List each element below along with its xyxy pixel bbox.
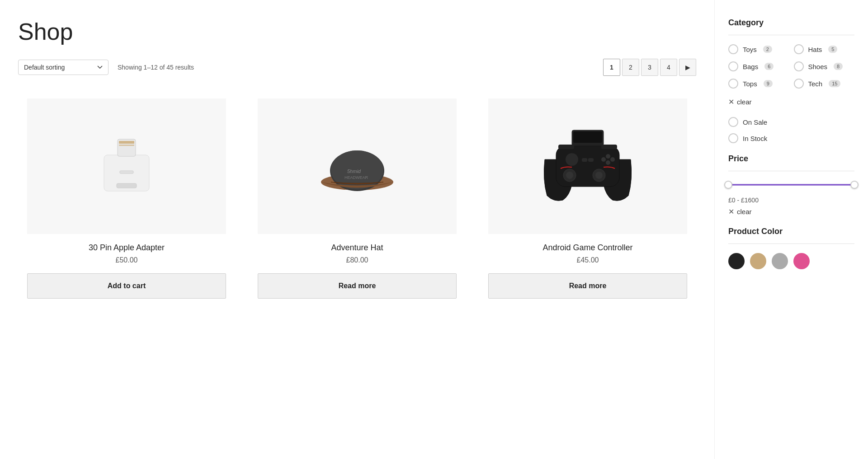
svg-rect-24 [588, 158, 594, 162]
slider-fill [728, 184, 854, 186]
category-checkbox-bags[interactable] [728, 61, 738, 71]
svg-rect-12 [573, 131, 602, 143]
svg-point-15 [566, 172, 573, 179]
color-swatch-tan[interactable] [750, 253, 766, 269]
svg-rect-4 [117, 183, 137, 188]
adapter-svg [90, 130, 163, 202]
price-clear-button[interactable]: ✕ clear [728, 207, 752, 216]
svg-point-19 [601, 157, 606, 162]
product-card: 5hmid HEADWEAR Adventure Hat £80.00 Read… [249, 89, 466, 308]
on-sale-checkbox[interactable] [728, 117, 738, 127]
color-divider [728, 244, 854, 244]
svg-point-22 [610, 157, 615, 162]
svg-rect-5 [120, 171, 133, 173]
toolbar-left: Default sortingSort by popularitySort by… [18, 60, 194, 75]
category-clear-button[interactable]: ✕ clear [728, 98, 752, 106]
product-price: £80.00 [346, 256, 368, 264]
slider-thumb-right[interactable] [850, 181, 859, 189]
category-item-shoes[interactable]: Shoes 8 [794, 61, 855, 71]
product-name: Adventure Hat [331, 243, 383, 253]
color-section: Product Color [728, 227, 854, 269]
color-swatch-black[interactable] [728, 253, 745, 269]
product-price: £45.00 [577, 256, 599, 264]
controller-svg [538, 126, 637, 207]
category-badge-tops: 9 [764, 80, 773, 87]
category-label-tops: Tops [743, 80, 757, 88]
svg-rect-26 [601, 145, 617, 149]
price-title: Price [728, 154, 854, 164]
product-card: 30 Pin Apple Adapter £50.00 Add to cart [18, 89, 235, 308]
clear-icon: ✕ [728, 98, 734, 106]
in-stock-checkbox[interactable] [728, 133, 738, 143]
category-item-tops[interactable]: Tops 9 [728, 79, 789, 89]
add-to-cart-button[interactable]: Add to cart [27, 273, 226, 299]
sidebar: Category Toys 2 Hats 5 Bags [714, 0, 868, 459]
color-swatches [728, 253, 854, 269]
product-name: 30 Pin Apple Adapter [89, 243, 165, 253]
pagination-next-button[interactable]: ▶ [679, 59, 696, 76]
category-checkbox-shoes[interactable] [794, 61, 804, 71]
category-title: Category [728, 18, 854, 28]
category-clear-label: clear [737, 98, 752, 106]
category-label-bags: Bags [743, 63, 758, 70]
product-name: Android Game Controller [542, 243, 632, 253]
svg-text:HEADWEAR: HEADWEAR [344, 175, 368, 180]
category-badge-bags: 6 [764, 63, 774, 70]
category-item-bags[interactable]: Bags 6 [728, 61, 789, 71]
product-image: 5hmid HEADWEAR [258, 98, 457, 234]
category-item-tech[interactable]: Tech 15 [794, 79, 855, 89]
category-checkbox-tech[interactable] [794, 79, 804, 89]
results-text: Showing 1–12 of 45 results [118, 64, 194, 71]
category-section: Category Toys 2 Hats 5 Bags [728, 18, 854, 143]
product-price: £50.00 [116, 256, 138, 264]
page-btn-3[interactable]: 3 [641, 59, 658, 76]
in-stock-filter[interactable]: In Stock [728, 133, 854, 143]
svg-point-20 [606, 154, 610, 159]
category-checkbox-toys[interactable] [728, 44, 738, 54]
color-swatch-pink[interactable] [793, 253, 810, 269]
slider-thumb-left[interactable] [724, 181, 732, 189]
category-checkbox-hats[interactable] [794, 44, 804, 54]
page-title: Shop [18, 18, 696, 45]
category-badge-toys: 2 [763, 46, 772, 53]
pagination: 1 2 3 4 ▶ [603, 59, 696, 76]
color-swatch-grey[interactable] [772, 253, 788, 269]
product-image [27, 98, 226, 234]
toolbar: Default sortingSort by popularitySort by… [18, 59, 696, 76]
category-badge-shoes: 8 [834, 63, 843, 70]
product-card: Android Game Controller £45.00 Read more [479, 89, 696, 308]
read-more-button[interactable]: Read more [488, 273, 687, 299]
price-slider[interactable] [728, 180, 854, 189]
product-image [488, 98, 687, 234]
category-label-shoes: Shoes [808, 63, 828, 70]
page-btn-1[interactable]: 1 [603, 59, 620, 76]
price-section: Price £0 - £1600 ✕ clear [728, 154, 854, 216]
price-clear-icon: ✕ [728, 207, 734, 216]
category-label-toys: Toys [743, 46, 757, 53]
hat-svg: 5hmid HEADWEAR [312, 130, 402, 202]
sort-select[interactable]: Default sortingSort by popularitySort by… [18, 60, 108, 75]
category-item-toys[interactable]: Toys 2 [728, 44, 789, 54]
page-btn-4[interactable]: 4 [660, 59, 677, 76]
page-btn-2[interactable]: 2 [622, 59, 639, 76]
category-item-hats[interactable]: Hats 5 [794, 44, 855, 54]
svg-point-18 [566, 153, 578, 166]
svg-rect-25 [558, 145, 574, 149]
on-sale-filter[interactable]: On Sale [728, 117, 854, 127]
price-clear-label: clear [737, 208, 752, 215]
svg-rect-23 [582, 158, 587, 162]
category-label-tech: Tech [808, 80, 823, 88]
svg-point-21 [606, 160, 610, 165]
products-grid: 30 Pin Apple Adapter £50.00 Add to cart [18, 89, 696, 308]
svg-text:5hmid: 5hmid [347, 169, 361, 174]
color-title: Product Color [728, 227, 854, 236]
category-grid: Toys 2 Hats 5 Bags 6 Shoes [728, 44, 854, 89]
category-checkbox-tops[interactable] [728, 79, 738, 89]
category-divider [728, 35, 854, 35]
svg-rect-3 [119, 145, 134, 146]
svg-rect-2 [119, 141, 134, 144]
in-stock-label: In Stock [743, 135, 767, 142]
svg-point-17 [595, 172, 603, 179]
price-range-text: £0 - £1600 [728, 197, 854, 204]
read-more-button[interactable]: Read more [258, 273, 457, 299]
